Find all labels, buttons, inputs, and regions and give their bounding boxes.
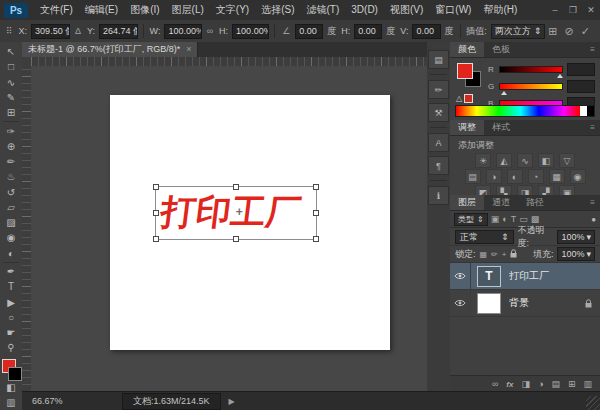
transform-reference-point[interactable]: + — [236, 205, 243, 219]
path-selection-tool[interactable]: ▶ — [1, 294, 21, 309]
text-layer-thumbnail[interactable]: T — [477, 266, 501, 287]
layer-visibility-toggle[interactable] — [450, 263, 471, 289]
transform-handle[interactable] — [233, 184, 239, 190]
lock-all-icon[interactable] — [510, 249, 517, 260]
tab-channels[interactable]: 通道 — [484, 195, 518, 210]
character-panel-icon[interactable]: A — [428, 133, 449, 152]
window-resize-grip[interactable] — [586, 396, 600, 410]
delete-layer-icon[interactable]: ▥ — [583, 379, 592, 389]
blend-mode-dropdown[interactable]: 正常 ⇕ — [455, 230, 514, 244]
color-balance-adjustment-icon[interactable]: ◑ — [486, 169, 502, 184]
slider-handle[interactable] — [557, 71, 563, 78]
transform-handle[interactable] — [313, 184, 319, 190]
brightness-contrast-adjustment-icon[interactable]: ☀ — [475, 153, 491, 168]
reference-point-locator-icon[interactable]: ⠿ — [4, 26, 15, 36]
tool-presets-panel-icon[interactable]: ⚒ — [428, 103, 449, 122]
transform-handle[interactable] — [153, 236, 159, 242]
history-brush-tool[interactable]: ↺ — [1, 184, 21, 199]
menu-3d[interactable]: 3D(D) — [345, 0, 384, 20]
menu-edit[interactable]: 编辑(E) — [79, 0, 124, 20]
canvas[interactable]: 打印工厂 + — [110, 95, 390, 350]
photo-filter-adjustment-icon[interactable]: ◔ — [528, 169, 544, 184]
color-spectrum-bar[interactable] — [455, 105, 595, 117]
add-layer-mask-icon[interactable]: ◨ — [521, 379, 530, 389]
red-channel-slider[interactable] — [499, 66, 563, 73]
transform-handle[interactable] — [233, 236, 239, 242]
status-expand-icon[interactable]: ▶ — [229, 397, 235, 406]
canvas-text-layer[interactable]: 打印工厂 — [158, 191, 303, 233]
transform-handle[interactable] — [153, 210, 159, 216]
transform-handle[interactable] — [313, 210, 319, 216]
vibrance-adjustment-icon[interactable]: ▽ — [559, 153, 575, 168]
panel-menu-icon[interactable]: ≡ — [585, 120, 600, 135]
web-safe-color-icon[interactable] — [464, 94, 473, 103]
info-panel-icon[interactable]: ℹ — [428, 186, 449, 205]
spot-healing-brush-tool[interactable]: ⊕ — [1, 139, 21, 154]
menu-view[interactable]: 视图(V) — [384, 0, 429, 20]
eyedropper-tool[interactable]: ✑ — [1, 123, 21, 138]
blur-tool[interactable]: ◉ — [1, 230, 21, 245]
exposure-adjustment-icon[interactable]: ◧ — [538, 153, 554, 168]
filter-smart-objects-icon[interactable]: ▩ — [531, 214, 540, 224]
height-scale-field[interactable]: 100.00% — [232, 24, 269, 39]
channel-mixer-adjustment-icon[interactable]: ▦ — [549, 169, 565, 184]
slider-handle[interactable] — [501, 88, 507, 95]
filter-pixel-layers-icon[interactable]: ▣ — [491, 214, 500, 224]
brush-presets-panel-icon[interactable]: ✏ — [428, 80, 449, 99]
filter-adjustment-layers-icon[interactable]: ◐ — [502, 214, 507, 224]
menu-help[interactable]: 帮助(H) — [477, 0, 523, 20]
zoom-level-field[interactable]: 66.67% — [32, 396, 72, 406]
lock-transparent-pixels-icon[interactable]: ▦ — [480, 250, 488, 259]
clone-stamp-tool[interactable]: ♨ — [1, 169, 21, 184]
lock-position-icon[interactable]: + — [502, 250, 507, 259]
move-tool[interactable]: ↖ — [1, 44, 21, 59]
minimize-icon[interactable]: – — [546, 0, 564, 20]
background-layer-thumbnail[interactable] — [477, 293, 501, 314]
menu-window[interactable]: 窗口(W) — [429, 0, 477, 20]
link-dimensions-icon[interactable]: ∞ — [205, 26, 215, 36]
filter-type-dropdown[interactable]: 类型 ⇕ — [454, 213, 488, 226]
red-channel-value[interactable] — [567, 63, 595, 76]
shape-tool[interactable]: ○ — [1, 310, 21, 325]
menu-type[interactable]: 文字(Y) — [210, 0, 255, 20]
y-position-field[interactable]: 264.74 像素 — [99, 24, 138, 39]
green-channel-value[interactable] — [567, 80, 595, 93]
lock-image-pixels-icon[interactable]: ✏ — [491, 250, 498, 259]
rectangular-marquee-tool[interactable]: □ — [1, 59, 21, 74]
close-icon[interactable]: ✕ — [582, 0, 600, 20]
layer-row-text[interactable]: T 打印工厂 — [450, 263, 600, 290]
menu-layer[interactable]: 图层(L) — [166, 0, 210, 20]
transform-bounding-box[interactable]: 打印工厂 + — [155, 186, 317, 240]
dodge-tool[interactable]: ◐ — [1, 246, 21, 261]
document-tab[interactable]: 未标题-1 @ 66.7%(打印工厂, RGB/8)* × — [22, 42, 198, 57]
v-skew-field[interactable]: 0.00 — [412, 24, 440, 39]
filter-shape-layers-icon[interactable]: ▭ — [519, 214, 528, 224]
width-scale-field[interactable]: 100.00% — [164, 24, 201, 39]
tab-paths[interactable]: 路径 — [518, 195, 552, 210]
menu-filter[interactable]: 滤镜(T) — [301, 0, 346, 20]
layer-visibility-toggle[interactable] — [450, 290, 471, 316]
x-position-field[interactable]: 309.50 像素 — [31, 24, 70, 39]
menu-select[interactable]: 选择(S) — [255, 0, 300, 20]
green-channel-slider[interactable] — [499, 83, 563, 90]
layer-name[interactable]: 打印工厂 — [509, 269, 549, 283]
panel-menu-icon[interactable]: ≡ — [585, 42, 600, 57]
h-skew-field[interactable]: 0.00 — [354, 24, 382, 39]
layer-style-icon[interactable]: fx — [506, 380, 513, 389]
new-layer-icon[interactable]: ⊞ — [568, 379, 576, 389]
lasso-tool[interactable]: ∿ — [1, 75, 21, 90]
menu-image[interactable]: 图像(I) — [124, 0, 165, 20]
tab-close-icon[interactable]: × — [186, 42, 191, 57]
new-group-icon[interactable]: ▤ — [551, 379, 560, 389]
pen-tool[interactable]: ✒ — [1, 264, 21, 279]
quick-selection-tool[interactable]: ✎ — [1, 90, 21, 105]
hand-tool[interactable]: ☛ — [1, 325, 21, 340]
layer-name[interactable]: 背景 — [509, 296, 529, 310]
filter-type-layers-icon[interactable]: T — [511, 214, 517, 224]
tab-layers[interactable]: 图层 — [450, 195, 484, 210]
new-adjustment-layer-icon[interactable]: ◑ — [538, 379, 543, 389]
link-layers-icon[interactable]: ∞ — [492, 379, 498, 389]
gamut-warning-icon[interactable]: △ — [456, 94, 462, 103]
menu-file[interactable]: 文件(F) — [34, 0, 79, 20]
crop-tool[interactable]: ⊞ — [1, 105, 21, 120]
